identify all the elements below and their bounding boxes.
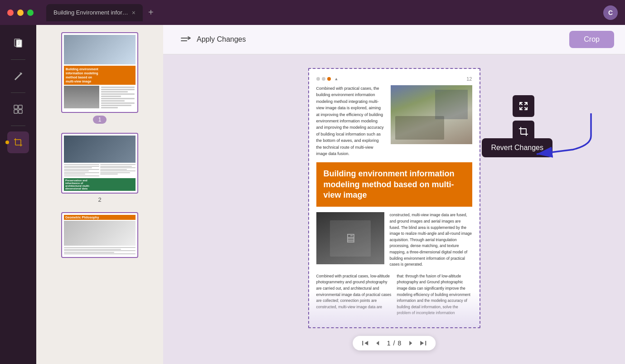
prev-page-button[interactable] bbox=[374, 340, 382, 347]
last-page-button[interactable] bbox=[419, 340, 426, 347]
right-tool-panel bbox=[513, 95, 534, 142]
content-area: Apply Changes Crop ▲ bbox=[163, 25, 625, 364]
page-bottom-text: constructed, multi-view image data are f… bbox=[390, 212, 472, 267]
thumbnail-panel[interactable]: Building environmentinformation modeling… bbox=[36, 25, 163, 364]
sidebar-divider-2 bbox=[11, 92, 25, 93]
svg-rect-7 bbox=[14, 110, 18, 113]
svg-rect-14 bbox=[521, 129, 526, 134]
page-corner-number: 12 bbox=[466, 76, 472, 82]
sidebar-item-edit[interactable] bbox=[7, 98, 29, 120]
thumbnail-page-3[interactable]: Geometric Philosophy bbox=[44, 212, 156, 258]
tab-container: Building Environment infor… × + bbox=[46, 4, 157, 21]
thumbnail-page-1[interactable]: Building environmentinformation modeling… bbox=[44, 32, 156, 124]
crop-button[interactable]: Crop bbox=[569, 31, 614, 48]
page-orange-title: Building environment information modelin… bbox=[316, 162, 472, 207]
revert-changes-tooltip[interactable]: Revert Changes bbox=[482, 138, 552, 157]
active-indicator bbox=[5, 141, 9, 144]
page-content: ▲ 12 Combined with practical cases, the … bbox=[309, 69, 480, 327]
ctrl-dot-3 bbox=[327, 77, 331, 81]
page-bottom-image: 🖥 bbox=[316, 212, 384, 264]
page-footer-left: Combined with practical cases, low-altit… bbox=[316, 273, 392, 316]
titlebar: Building Environment infor… × + C bbox=[0, 0, 625, 25]
minimize-traffic-light[interactable] bbox=[17, 10, 24, 16]
sidebar-item-crop[interactable] bbox=[7, 131, 29, 153]
svg-rect-8 bbox=[19, 110, 22, 113]
close-traffic-light[interactable] bbox=[7, 10, 14, 16]
svg-rect-6 bbox=[19, 105, 22, 109]
page-body-text: Combined with practical cases, the build… bbox=[316, 85, 385, 157]
maximize-traffic-light[interactable] bbox=[27, 10, 34, 16]
doc-viewer: ▲ 12 Combined with practical cases, the … bbox=[163, 54, 625, 364]
first-page-button[interactable] bbox=[362, 340, 369, 347]
page-dashed-border: ▲ 12 Combined with practical cases, the … bbox=[308, 68, 480, 328]
apply-changes-button[interactable]: Apply Changes bbox=[174, 28, 252, 51]
tab-close-icon[interactable]: × bbox=[132, 9, 136, 16]
main-container: Building environmentinformation modeling… bbox=[0, 25, 625, 364]
current-page: 1 bbox=[387, 340, 391, 347]
expand-tool-button[interactable] bbox=[513, 95, 534, 117]
page-top-bar: ▲ 12 bbox=[316, 76, 472, 82]
page-indicator: 1 / 8 bbox=[387, 340, 401, 347]
thumbnail-1-page-badge: 1 bbox=[93, 116, 107, 124]
revert-changes-label: Revert Changes bbox=[491, 144, 543, 152]
page-footer-section: Combined with practical cases, low-altit… bbox=[316, 273, 472, 316]
new-tab-button[interactable]: + bbox=[145, 7, 157, 18]
sidebar-divider-1 bbox=[11, 59, 25, 60]
svg-rect-1 bbox=[16, 40, 22, 47]
sidebar-item-pages[interactable] bbox=[7, 32, 29, 54]
apply-changes-label: Apply Changes bbox=[197, 35, 246, 44]
toolbar: Apply Changes Crop bbox=[163, 25, 625, 54]
page-footer-right: that: through the fusion of low-altitude… bbox=[397, 273, 472, 316]
sidebar-item-pen[interactable] bbox=[7, 65, 29, 87]
sidebar-divider-3 bbox=[11, 126, 25, 126]
thumbnail-2-label: 2 bbox=[98, 196, 101, 203]
avatar: C bbox=[603, 5, 618, 20]
svg-rect-5 bbox=[14, 105, 18, 109]
page-bottom-section: 🖥 constructed, multi-view image data are… bbox=[316, 212, 472, 267]
thumbnail-page-2[interactable]: Preservation andinheritance ofarchitectu… bbox=[44, 133, 156, 203]
total-pages: 8 bbox=[397, 340, 401, 347]
active-tab[interactable]: Building Environment infor… × bbox=[46, 4, 143, 21]
svg-rect-9 bbox=[15, 140, 21, 145]
ctrl-dot-2 bbox=[322, 77, 325, 81]
sidebar bbox=[0, 25, 36, 364]
page-nav-bar: 1 / 8 bbox=[353, 336, 436, 350]
ctrl-dot-1 bbox=[316, 77, 320, 81]
tab-title: Building Environment infor… bbox=[53, 9, 128, 16]
apply-changes-icon bbox=[179, 32, 192, 47]
page-controls: ▲ bbox=[316, 77, 339, 81]
page-main-image bbox=[391, 85, 472, 144]
page-ctrl-label: ▲ bbox=[334, 77, 339, 81]
page-container: ▲ 12 Combined with practical cases, the … bbox=[308, 68, 480, 328]
page-separator: / bbox=[393, 340, 395, 347]
page-top-section: Combined with practical cases, the build… bbox=[316, 85, 472, 157]
traffic-lights bbox=[7, 10, 34, 16]
next-page-button[interactable] bbox=[407, 340, 414, 347]
